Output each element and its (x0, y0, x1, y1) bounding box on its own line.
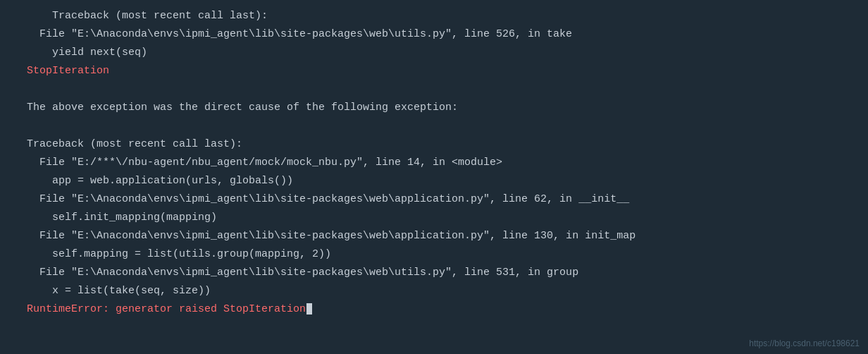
cursor (306, 303, 312, 315)
line-content: Traceback (most recent call last): (20, 135, 868, 154)
line-content: Traceback (most recent call last): (20, 7, 868, 25)
terminal-container: Traceback (most recent call last): File … (0, 0, 868, 354)
line-content: File "E:\Anaconda\envs\ipmi_agent\lib\si… (20, 227, 868, 245)
line-content: File "E:\Anaconda\envs\ipmi_agent\lib\si… (20, 190, 868, 209)
line-content: File "E:/***\/nbu-agent/nbu_agent/mock/m… (20, 154, 868, 172)
line-content: yield next(seq) (20, 44, 868, 62)
line-row: yield next(seq) (0, 44, 868, 62)
line-row: File "E:\Anaconda\envs\ipmi_agent\lib\si… (0, 264, 868, 282)
line-row: Traceback (most recent call last): (0, 7, 868, 25)
line-row: File "E:/***\/nbu-agent/nbu_agent/mock/m… (0, 154, 868, 172)
line-row: File "E:\Anaconda\envs\ipmi_agent\lib\si… (0, 25, 868, 44)
line-content: app = web.application(urls, globals()) (20, 172, 868, 190)
line-content: StopIteration (20, 62, 868, 80)
line-row: File "E:\Anaconda\envs\ipmi_agent\lib\si… (0, 227, 868, 245)
line-row: The above exception was the direct cause… (0, 99, 868, 117)
line-row: Traceback (most recent call last): (0, 135, 868, 154)
watermark: https://blog.csdn.net/c198621 (749, 338, 860, 348)
line-content: RuntimeError: generator raised StopItera… (20, 300, 868, 319)
line-row: self.mapping = list(utils.group(mapping,… (0, 245, 868, 264)
line-row (0, 80, 868, 99)
line-content: x = list(take(seq, size)) (20, 282, 868, 300)
line-content: File "E:\Anaconda\envs\ipmi_agent\lib\si… (20, 25, 868, 44)
line-content: self.mapping = list(utils.group(mapping,… (20, 245, 868, 264)
line-content: The above exception was the direct cause… (20, 99, 868, 117)
line-content: File "E:\Anaconda\envs\ipmi_agent\lib\si… (20, 264, 868, 282)
lines-container: Traceback (most recent call last): File … (0, 7, 868, 319)
line-row: RuntimeError: generator raised StopItera… (0, 300, 868, 319)
line-row: x = list(take(seq, size)) (0, 282, 868, 300)
line-row: File "E:\Anaconda\envs\ipmi_agent\lib\si… (0, 190, 868, 209)
line-row: StopIteration (0, 62, 868, 80)
line-row: app = web.application(urls, globals()) (0, 172, 868, 190)
line-row: self.init_mapping(mapping) (0, 209, 868, 227)
line-content: self.init_mapping(mapping) (20, 209, 868, 227)
line-row (0, 117, 868, 135)
